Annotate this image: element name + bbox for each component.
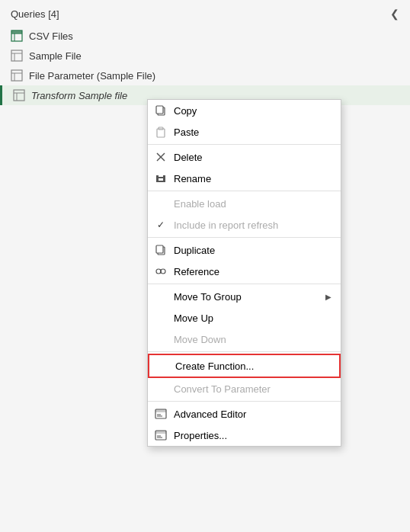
svg-rect-3 — [11, 30, 22, 34]
menu-item-label: Create Function... — [175, 361, 330, 372]
svg-rect-7 — [11, 70, 22, 81]
menu-item-enable-load[interactable]: Enable load — [148, 193, 341, 214]
svg-rect-10 — [14, 90, 24, 101]
menu-item-include-report[interactable]: ✓ Include in report refresh — [148, 214, 341, 236]
menu-item-delete[interactable]: Delete — [148, 146, 341, 168]
menu-item-label: Paste — [174, 127, 332, 138]
empty-icon — [154, 332, 168, 346]
query-label: File Parameter (Sample File) — [29, 70, 155, 82]
rename-icon — [154, 171, 168, 185]
svg-rect-29 — [155, 409, 166, 412]
separator — [148, 351, 341, 352]
context-menu: Copy Paste Delete Rename — [147, 99, 341, 447]
paste-icon — [154, 125, 168, 139]
svg-rect-14 — [156, 106, 163, 114]
menu-item-label: Move Down — [174, 334, 332, 345]
menu-item-label: Include in report refresh — [174, 220, 332, 231]
table-icon — [11, 50, 23, 62]
svg-point-25 — [156, 269, 161, 274]
menu-item-label: Advanced Editor — [174, 409, 332, 420]
svg-rect-33 — [155, 431, 166, 434]
submenu-arrow: ▶ — [325, 293, 332, 301]
query-label: Sample File — [29, 50, 82, 62]
menu-item-duplicate[interactable]: Duplicate — [148, 239, 341, 261]
query-item-csv-files[interactable]: CSV Files — [0, 26, 410, 46]
separator — [148, 191, 341, 191]
menu-item-label: Reference — [174, 266, 332, 277]
svg-rect-15 — [157, 129, 165, 137]
checkmark-icon: ✓ — [154, 218, 168, 232]
reference-icon — [154, 264, 168, 278]
query-label: CSV Files — [29, 30, 73, 42]
table-icon — [11, 69, 23, 82]
table-icon — [11, 30, 23, 42]
menu-item-rename[interactable]: Rename — [148, 168, 341, 189]
table-icon — [13, 89, 25, 101]
svg-rect-24 — [156, 245, 163, 253]
query-item-file-parameter[interactable]: File Parameter (Sample File) — [0, 66, 410, 85]
menu-item-properties[interactable]: Properties... — [148, 425, 341, 446]
sidebar-header: Queries [4] ❮ — [0, 0, 410, 26]
duplicate-icon — [154, 243, 168, 257]
svg-rect-20 — [156, 175, 159, 181]
query-item-sample-file[interactable]: Sample File — [0, 46, 410, 66]
menu-item-label: Delete — [174, 152, 332, 163]
separator — [148, 284, 341, 284]
empty-icon — [154, 197, 168, 210]
delete-icon — [154, 150, 168, 164]
advanced-editor-icon — [154, 407, 168, 421]
empty-icon — [154, 290, 168, 303]
menu-item-label: Properties... — [174, 430, 332, 441]
separator — [148, 237, 341, 238]
svg-rect-19 — [156, 181, 165, 182]
copy-icon — [154, 104, 168, 117]
sidebar: Queries [4] ❮ CSV Files Sample File File… — [0, 0, 410, 532]
menu-item-move-down[interactable]: Move Down — [148, 328, 341, 350]
menu-item-move-to-group[interactable]: Move To Group ▶ — [148, 286, 341, 307]
menu-item-paste[interactable]: Paste — [148, 121, 341, 143]
empty-icon — [155, 359, 169, 373]
query-label: Transform Sample file — [31, 90, 127, 101]
separator — [148, 401, 341, 402]
separator — [148, 144, 341, 145]
menu-item-reference[interactable]: Reference — [148, 261, 341, 282]
menu-item-label: Move Up — [174, 312, 332, 324]
svg-point-26 — [161, 269, 165, 274]
svg-rect-4 — [11, 50, 22, 61]
menu-item-create-function[interactable]: Create Function... — [148, 354, 341, 378]
svg-rect-21 — [163, 175, 165, 181]
menu-item-copy[interactable]: Copy — [148, 100, 341, 121]
svg-rect-22 — [159, 177, 163, 178]
collapse-icon[interactable]: ❮ — [390, 8, 399, 20]
menu-item-label: Enable load — [174, 198, 332, 210]
sidebar-title: Queries [4] — [11, 8, 59, 20]
menu-item-label: Rename — [174, 173, 332, 184]
menu-item-advanced-editor[interactable]: Advanced Editor — [148, 403, 341, 425]
empty-icon — [154, 311, 168, 325]
menu-item-label: Move To Group — [174, 291, 319, 303]
menu-item-label: Convert To Parameter — [174, 383, 332, 395]
menu-item-move-up[interactable]: Move Up — [148, 307, 341, 328]
menu-item-label: Duplicate — [174, 245, 332, 256]
properties-icon — [154, 428, 168, 442]
menu-item-convert-to-parameter[interactable]: Convert To Parameter — [148, 378, 341, 399]
empty-icon — [154, 382, 168, 396]
menu-item-label: Copy — [174, 105, 332, 117]
